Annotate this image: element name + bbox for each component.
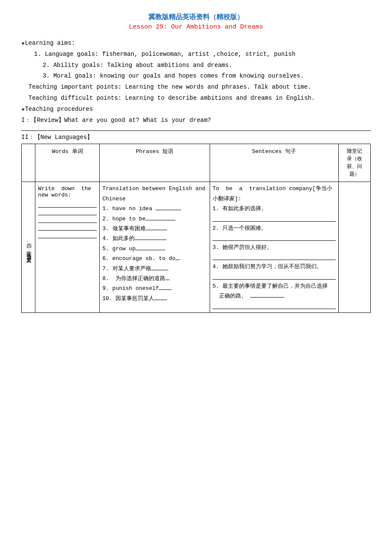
phrases-cell: Translation between English and Chinese … [100,182,210,312]
phrase-9: 9. punish oneself [102,283,207,293]
teaching-difficult: Teaching difficult points: Learning to d… [21,93,371,104]
phrase-10: 10. 因某事惩罚某人 [102,294,207,304]
side-label: 四、学生·预习文案 [22,182,35,312]
sentence-1: 1. 有如此多的选择。 [213,204,336,214]
moral-goals: 3. Moral goals: knowing our goals and ho… [21,71,371,81]
language-goals: 1. Language goals: fisherman, policewoma… [21,49,371,60]
words-intro: Write down the new words: [38,185,97,198]
ability-goals: 2. Ability goals: Talking about ambition… [21,61,371,71]
sentence-2: 2. 只选一个很困难。 [213,223,336,233]
notes-header: 随堂记录（收获、问题） [338,144,370,182]
new-languages-table: Words 单词 Phrases 短语 Sentences 句子 随堂记录（收获… [21,144,371,312]
phrases-header: Phrases 短语 [100,144,210,182]
lesson-title: Lesson 29: Our Ambitions and Dreams [21,23,371,31]
sentence-4: 4. 她鼓励我们努力学习，但从不惩罚我们。 [213,262,336,272]
teaching-important: Teaching important points: Learning the … [21,82,371,92]
phrase-1: 1. have no idea [102,204,207,214]
words-cell: Write down the new words: [35,182,100,312]
side-label-header [22,144,35,182]
phrase-5: 5. grow up [102,244,207,254]
sentence-5: 5. 最主要的事情是要了解自己，并为自己选择 正确的路。 [213,281,336,301]
phrase-7: 7. 对某人要求严格 [102,264,207,274]
phrase-4: 4. 如此多的 [102,234,207,243]
section-divider [21,130,371,131]
phrase-3: 3. 做某事有困难 [102,224,207,234]
teaching-procedures: ★Teaching procedures [21,104,371,115]
phrase-6: 6. encourage sb. to do [102,254,207,263]
sentences-cell: To be a translation company[争当小小翻译家]: 1.… [210,182,338,312]
sentence-3: 3. 她很严厉但人很好。 [213,243,336,252]
phrase-8: 8. 为你选择正确的道路 [102,274,207,283]
words-header: Words 单词 [35,144,100,182]
phrases-translation-header: Translation between English and Chinese [102,184,207,204]
page-title: 冀教版精品英语资料（精校版） [21,13,371,22]
notes-cell [338,182,370,312]
sentences-intro: To be a translation company[争当小小翻译家]: [213,184,336,204]
new-languages-header: II：【New Languages】 [21,133,371,141]
sentences-header: Sentences 句子 [210,144,338,182]
phrase-2: 2. hope to be [102,214,207,224]
review-line: I：【Review】What are you good at? What is … [21,116,371,126]
learning-aims-label: ★Learning aims: [21,38,371,49]
